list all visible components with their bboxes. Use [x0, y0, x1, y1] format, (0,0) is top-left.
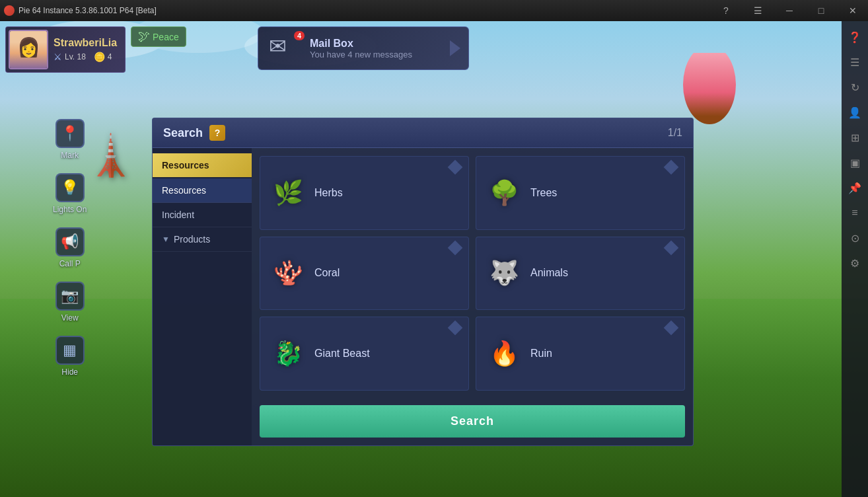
grid-item-herbs[interactable]: 🌿 Herbs — [260, 156, 469, 230]
search-panel: Search ? 1/1 Resources Resources Inciden… — [152, 118, 694, 446]
close-btn[interactable]: ✕ — [838, 0, 868, 21]
panel-grid: 🌿 Herbs 🌳 Trees 🪸 Coral — [252, 148, 693, 399]
titlebar: Pie 64 Instance 5.3.86.1001 P64 [Beta] ?… — [0, 0, 868, 21]
panel-title: Search — [163, 126, 203, 140]
help-icon[interactable]: ? — [209, 125, 225, 141]
hide-label: Hide — [61, 367, 78, 377]
call-icon: 📢 — [55, 227, 85, 256]
diamond-deco-ruin — [664, 321, 679, 336]
panel-body: Resources Resources Incident ▼ Products … — [153, 148, 693, 445]
trees-icon: 🌳 — [487, 176, 521, 210]
animals-icon: 🐺 — [487, 256, 521, 290]
menu-btn[interactable]: ☰ — [742, 0, 773, 21]
diamond-deco-beast — [448, 321, 463, 336]
grid-item-giant-beast[interactable]: 🐉 Giant Beast — [260, 317, 469, 391]
player-level: ⚔ Lv. 18 — [54, 52, 86, 62]
app-title: Pie 64 Instance 5.3.86.1001 P64 [Beta] — [18, 6, 711, 15]
diamond-deco-herbs — [448, 160, 463, 175]
player-stats: ⚔ Lv. 18 🪙 4 — [54, 52, 117, 62]
page-indicator: 1/1 — [668, 127, 682, 139]
titlebar-controls: ? ☰ ─ □ ✕ — [711, 0, 868, 21]
coin-icon: 🪙 — [94, 52, 105, 62]
grid-item-ruin[interactable]: 🔥 Ruin — [476, 317, 685, 391]
nav-resources-header[interactable]: Resources — [153, 153, 252, 177]
products-label: Products — [174, 234, 210, 245]
panel-content-area: 🌿 Herbs 🌳 Trees 🪸 Coral — [252, 148, 693, 445]
sidebar-icon-display[interactable]: ▣ — [844, 152, 865, 173]
sidebar-icon-help[interactable]: ❓ — [844, 26, 865, 48]
sidebar-icon-pin[interactable]: 📌 — [844, 177, 865, 198]
player-avatar: 👩 — [9, 30, 48, 69]
trees-label: Trees — [530, 187, 557, 199]
call-button[interactable]: 📢 Call P — [53, 227, 87, 268]
diamond-deco-trees — [664, 160, 679, 175]
maximize-btn[interactable]: □ — [806, 0, 836, 21]
nav-item-products[interactable]: ▼ Products — [153, 227, 252, 252]
lights-button[interactable]: 💡 Lights On — [53, 173, 87, 214]
call-label: Call P — [59, 259, 81, 268]
app-logo — [4, 5, 15, 16]
coral-label: Coral — [314, 267, 340, 279]
mark-button[interactable]: 📍 Mark — [53, 119, 87, 160]
mail-notification[interactable]: ✉ 4 Mail Box You have 4 new messages — [258, 26, 469, 70]
diamond-deco-coral — [448, 240, 463, 255]
mail-arrow — [450, 40, 460, 56]
grid-item-coral[interactable]: 🪸 Coral — [260, 237, 469, 311]
search-btn-row: Search — [252, 399, 693, 445]
mark-icon: 📍 — [55, 119, 85, 148]
grid-item-animals[interactable]: 🐺 Animals — [476, 237, 685, 311]
tower-decoration: 🗼 — [86, 132, 135, 179]
player-info: StrawberiLia ⚔ Lv. 18 🪙 4 — [54, 37, 117, 62]
sidebar-icon-settings[interactable]: ⚙ — [844, 252, 865, 274]
left-ui-buttons: 📍 Mark 💡 Lights On 📢 Call P 📷 View ▦ Hid… — [53, 119, 87, 377]
player-card[interactable]: 👩 StrawberiLia ⚔ Lv. 18 🪙 4 — [5, 26, 126, 73]
player-name: StrawberiLia — [54, 37, 117, 49]
peace-bird-icon: 🕊 — [138, 30, 150, 44]
mail-icon-wrap: ✉ 4 — [269, 34, 302, 63]
mail-message: You have 4 new messages — [310, 50, 412, 59]
hide-icon: ▦ — [55, 336, 85, 365]
ruin-icon: 🔥 — [487, 336, 521, 371]
right-sidebar: ❓ ☰ ↻ 👤 ⊞ ▣ 📌 ≡ ⊙ ⚙ — [842, 21, 868, 497]
herbs-label: Herbs — [314, 187, 343, 199]
sidebar-icon-grid[interactable]: ⊞ — [844, 127, 865, 148]
coral-icon: 🪸 — [271, 256, 305, 290]
sidebar-icon-profile[interactable]: 👤 — [844, 102, 865, 123]
sidebar-icon-menu[interactable]: ☰ — [844, 52, 865, 73]
mail-icon: ✉ — [269, 34, 287, 58]
sidebar-icon-refresh[interactable]: ↻ — [844, 77, 865, 98]
sidebar-icon-list[interactable]: ≡ — [844, 202, 865, 223]
mark-label: Mark — [61, 151, 79, 160]
mail-text: Mail Box You have 4 new messages — [310, 38, 412, 59]
lights-icon: 💡 — [55, 173, 85, 202]
view-button[interactable]: 📷 View — [53, 282, 87, 323]
sidebar-icon-target[interactable]: ⊙ — [844, 227, 865, 249]
panel-header: Search ? 1/1 — [153, 118, 693, 148]
view-icon: 📷 — [55, 282, 85, 311]
level-icon: ⚔ — [54, 52, 62, 62]
ruin-label: Ruin — [530, 348, 552, 360]
player-coins: 🪙 4 — [94, 52, 112, 62]
nav-item-resources[interactable]: Resources — [153, 178, 252, 203]
mail-title: Mail Box — [310, 38, 412, 50]
panel-title-row: Search ? — [163, 125, 225, 141]
nav-item-incident[interactable]: Incident — [153, 203, 252, 227]
hide-button[interactable]: ▦ Hide — [53, 336, 87, 377]
view-label: View — [61, 313, 79, 323]
herbs-icon: 🌿 — [271, 176, 305, 210]
help-btn[interactable]: ? — [711, 0, 741, 21]
diamond-deco-animals — [664, 240, 679, 255]
avatar-face: 👩 — [10, 31, 47, 68]
search-button[interactable]: Search — [260, 405, 685, 438]
animals-label: Animals — [530, 267, 568, 279]
giant-beast-label: Giant Beast — [314, 348, 370, 360]
peace-badge: 🕊 Peace — [131, 26, 186, 47]
giant-beast-icon: 🐉 — [271, 336, 305, 371]
minimize-btn[interactable]: ─ — [774, 0, 805, 21]
lights-label: Lights On — [53, 205, 87, 214]
chevron-down-icon: ▼ — [162, 235, 170, 244]
panel-nav: Resources Resources Incident ▼ Products — [153, 148, 252, 445]
grid-item-trees[interactable]: 🌳 Trees — [476, 156, 685, 230]
mail-badge: 4 — [294, 31, 305, 40]
